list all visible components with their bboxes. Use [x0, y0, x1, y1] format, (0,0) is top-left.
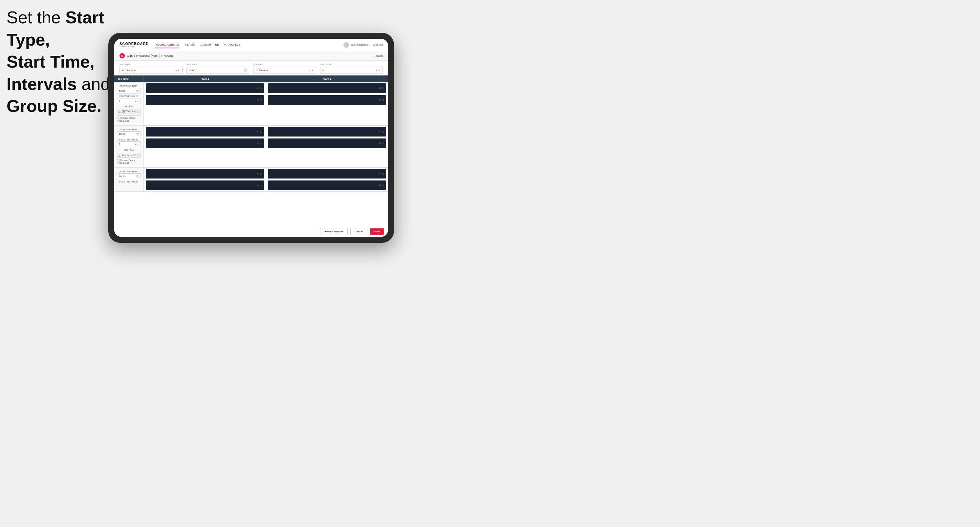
tablet-frame: SCOREBOARD Powered by clipp TOURNAMENTS …	[108, 33, 394, 243]
team2-slot2-1[interactable]: ✕ ◻	[268, 95, 386, 105]
instruction-bold2: Start Time,	[6, 52, 95, 71]
add-group-link-2[interactable]: + Add Group	[117, 162, 141, 164]
remove-group-link-2[interactable]: ◯ Remove Group	[117, 159, 141, 162]
course-label-2: COURSE:	[117, 149, 141, 151]
instruction-line1: Set the Start Type,	[6, 8, 104, 49]
group-row-3: STARTING TIME: 10:20 🕐 STARTING HOLE: ✕ …	[114, 168, 388, 192]
slot-expand-icon[interactable]: ◻	[260, 172, 262, 175]
start-time-clock-icon: 🕐	[243, 69, 247, 72]
starting-hole-value-1: 1	[119, 100, 120, 103]
intervals-group: Intervals 10 Minutes ▲▼	[253, 63, 316, 74]
group-left-3: STARTING TIME: 10:20 🕐 STARTING HOLE:	[114, 168, 144, 191]
course-tag-2: 🏞 East Lake GC ✕	[117, 153, 141, 157]
start-time-group: Start Time 10:00 🕐	[186, 63, 250, 74]
starting-time-input-3[interactable]: 10:20 🕐	[117, 173, 141, 179]
nav-avatar	[344, 42, 349, 48]
slot-x-icon[interactable]: ✕	[379, 142, 381, 145]
clock-icon-1: 🕐	[136, 90, 139, 92]
nav-tab-teams[interactable]: TEAMS	[185, 42, 195, 48]
slot-x-icon[interactable]: ✕	[257, 184, 259, 187]
intervals-value: 10 Minutes	[255, 69, 268, 72]
reset-changes-button[interactable]: Reset Changes	[320, 228, 348, 235]
start-time-select[interactable]: 10:00 🕐	[186, 67, 250, 74]
nav-tab-committee[interactable]: COMMITTEE	[200, 42, 219, 48]
starting-time-value-3: 10:20	[119, 175, 126, 178]
slot-x-icon[interactable]: ✕	[257, 130, 259, 133]
start-type-value: 1st Tee Start	[122, 69, 137, 72]
remove-icon-2: ◯	[117, 159, 119, 162]
group-row-2: STARTING TIME: 10:10 🕐 STARTING HOLE: 1 …	[114, 126, 388, 168]
slot-x-icon[interactable]: ✕	[379, 99, 381, 102]
team1-slot2-2[interactable]: ✕ ◻	[146, 138, 264, 148]
course-label-1: COURSE:	[117, 105, 141, 108]
hole-arrows-icon-2: ▲▼	[134, 143, 139, 145]
starting-hole-input-2[interactable]: 1 ▲▼	[117, 141, 141, 147]
team1-slot1-1[interactable]: ✕ ◻	[146, 83, 264, 93]
starting-time-input-2[interactable]: 10:10 🕐	[117, 131, 141, 137]
sub-header-logo: C	[119, 53, 125, 59]
slot-expand-icon[interactable]: ◻	[260, 87, 262, 90]
team1-slot1-2[interactable]: ✕ ◻	[146, 127, 264, 137]
starting-time-value-2: 10:10	[119, 133, 126, 135]
slot-expand-icon[interactable]: ◻	[382, 142, 384, 145]
group-left-2: STARTING TIME: 10:10 🕐 STARTING HOLE: 1 …	[114, 126, 144, 167]
starting-time-input-1[interactable]: 10:00 🕐	[117, 88, 141, 94]
col-team2: Team 2	[266, 75, 388, 83]
starting-hole-label-3: STARTING HOLE:	[117, 181, 141, 183]
course-remove-btn-2[interactable]: ✕	[137, 154, 139, 157]
course-name-1: (A) Peachtree GC	[122, 110, 136, 114]
start-type-label: Start Type	[119, 63, 183, 66]
back-button[interactable]: ‹ Back	[374, 54, 383, 57]
slot-x-icon[interactable]: ✕	[257, 172, 259, 175]
slot-expand-icon[interactable]: ◻	[382, 172, 384, 175]
team2-slot2-2[interactable]: ✕ ◻	[268, 138, 386, 148]
add-group-link-1[interactable]: + Add Group	[117, 120, 141, 122]
slot-x-icon[interactable]: ✕	[379, 184, 381, 187]
slot-x-icon[interactable]: ✕	[379, 87, 381, 90]
team1-slot1-3[interactable]: ✕ ◻	[146, 169, 264, 178]
slot-x-icon[interactable]: ✕	[257, 99, 259, 102]
group-size-select[interactable]: 3 ▲▼	[320, 67, 383, 74]
course-remove-btn-1[interactable]: ✕	[137, 111, 139, 114]
starting-time-value-1: 10:00	[119, 90, 126, 92]
team2-slot1-2[interactable]: ✕ ◻	[268, 127, 386, 137]
group-team1-1: ✕ ◻ ✕ ◻	[144, 83, 266, 125]
starting-hole-input-1[interactable]: 1 ▲▼	[117, 98, 141, 104]
team2-slot1-3[interactable]: ✕ ◻	[268, 169, 386, 178]
nav-tab-rankings[interactable]: RANKINGS	[224, 42, 240, 48]
sub-header-title: Clippd Invitational (Mar...) > Hosting	[127, 54, 374, 57]
sign-out-link[interactable]: Sign out	[373, 43, 383, 46]
slot-expand-icon[interactable]: ◻	[382, 130, 384, 133]
slot-expand-icon[interactable]: ◻	[260, 184, 262, 187]
slot-x-icon[interactable]: ✕	[257, 142, 259, 145]
group-size-group: Group Size 3 ▲▼	[320, 63, 383, 74]
course-tag-1: 🏞 (A) Peachtree GC ✕	[117, 109, 141, 116]
slot-x-icon[interactable]: ✕	[257, 87, 259, 90]
team1-slot2-1[interactable]: ✕ ◻	[146, 95, 264, 105]
cancel-button[interactable]: Cancel	[350, 228, 368, 235]
team2-slot1-1[interactable]: ✕ ◻	[268, 83, 386, 93]
start-time-value: 10:00	[189, 69, 195, 72]
logo-text: SCOREBOARD	[119, 42, 149, 46]
group-left-1: STARTING TIME: 10:00 🕐 STARTING HOLE: 1 …	[114, 83, 144, 125]
sub-header-section: Hosting	[164, 54, 174, 57]
slot-expand-icon[interactable]: ◻	[382, 87, 384, 90]
slot-x-icon[interactable]: ✕	[379, 172, 381, 175]
col-team1: Team 1	[144, 75, 266, 83]
controls-row: Start Type 1st Tee Start ▲▼ Start Time 1…	[114, 61, 388, 75]
slot-x-icon[interactable]: ✕	[379, 130, 381, 133]
slot-expand-icon[interactable]: ◻	[260, 142, 262, 145]
intervals-select[interactable]: 10 Minutes ▲▼	[253, 67, 316, 74]
slot-expand-icon[interactable]: ◻	[382, 99, 384, 102]
slot-expand-icon[interactable]: ◻	[260, 130, 262, 133]
nav-tab-tournaments[interactable]: TOURNAMENTS	[155, 42, 179, 48]
nav-divider: |	[371, 43, 371, 46]
remove-group-link-1[interactable]: ◯ Remove Group	[117, 117, 141, 119]
slot-expand-icon[interactable]: ◻	[260, 99, 262, 102]
team1-slot2-3[interactable]: ✕ ◻	[146, 181, 264, 190]
logo-area: SCOREBOARD Powered by clipp	[119, 42, 149, 48]
save-button[interactable]: Save	[370, 229, 384, 235]
start-type-select[interactable]: 1st Tee Start ▲▼	[119, 67, 183, 74]
slot-expand-icon[interactable]: ◻	[382, 184, 384, 187]
team2-slot2-3[interactable]: ✕ ◻	[268, 181, 386, 190]
